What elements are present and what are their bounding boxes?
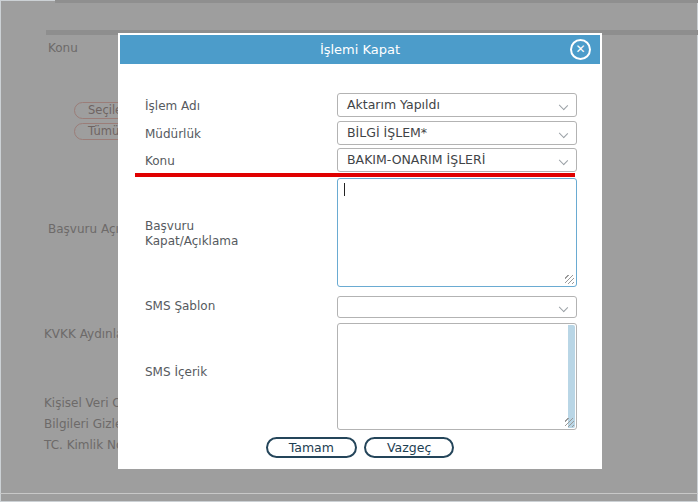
islem-adi-select[interactable]: Aktarım Yapıldı xyxy=(337,93,577,117)
basvuru-kapat-label-line2: Kapat/Açıklama xyxy=(145,234,238,248)
backdrop-konu-label: Konu xyxy=(48,41,78,55)
dialog-title: İşlemi Kapat xyxy=(320,42,400,57)
resize-handle-icon[interactable] xyxy=(565,275,574,284)
sms-sablon-select[interactable] xyxy=(337,296,577,318)
basvuru-kapat-label-line1: Başvuru xyxy=(145,219,194,233)
mudurluk-select[interactable]: BİLGİ İŞLEM* xyxy=(337,121,577,145)
sms-sablon-label: SMS Şablon xyxy=(145,299,215,313)
backdrop-bottom-border xyxy=(0,493,698,494)
dialog-header[interactable]: İşlemi Kapat ✕ xyxy=(120,35,600,64)
backdrop-basvuru-acik-label: Başvuru Açık xyxy=(48,222,126,236)
sms-icerik-textarea[interactable] xyxy=(338,324,576,429)
chevron-down-icon xyxy=(559,303,568,312)
sms-icerik-label: SMS İçerik xyxy=(145,365,207,379)
islem-adi-label: İşlem Adı xyxy=(145,99,200,113)
scrollbar[interactable] xyxy=(568,325,575,428)
backdrop-top-bar xyxy=(55,0,698,3)
vazgec-button[interactable]: Vazgeç xyxy=(364,437,454,458)
konu-highlight-line xyxy=(135,173,575,177)
close-icon[interactable]: ✕ xyxy=(570,39,591,60)
mudurluk-label: Müdürlük xyxy=(145,127,201,141)
konu-value: BAKIM-ONARIM İŞLERİ xyxy=(347,152,485,167)
konu-select[interactable]: BAKIM-ONARIM İŞLERİ xyxy=(337,148,577,172)
mudurluk-value: BİLGİ İŞLEM* xyxy=(347,125,427,140)
resize-handle-icon[interactable] xyxy=(565,418,574,427)
chevron-down-icon xyxy=(559,101,568,110)
backdrop-kvkk-label: KVKK Aydınla xyxy=(44,327,123,341)
basvuru-kapat-textarea-wrap xyxy=(337,178,577,287)
basvuru-kapat-textarea[interactable] xyxy=(338,179,576,286)
dialog-button-row: Tamam Vazgeç xyxy=(118,437,602,458)
backdrop-bilgileri-gizle-label: Bilgileri Gizle xyxy=(44,417,122,431)
islem-adi-value: Aktarım Yapıldı xyxy=(347,97,440,112)
chevron-down-icon xyxy=(559,156,568,165)
screen: { "colors": { "overlay_gray": "#9e9e9e",… xyxy=(0,0,698,502)
konu-label: Konu xyxy=(145,154,175,168)
backdrop-kisisel-veri-label: Kişisel Veri O xyxy=(44,396,122,410)
chevron-down-icon xyxy=(559,129,568,138)
islemi-kapat-dialog: İşlemi Kapat ✕ İşlem Adı Aktarım Yapıldı… xyxy=(118,33,602,469)
tamam-button[interactable]: Tamam xyxy=(266,437,357,458)
sms-icerik-textarea-wrap xyxy=(337,323,577,430)
text-cursor xyxy=(344,183,345,196)
backdrop-tc-kimlik-label: TC. Kimlik No xyxy=(44,438,123,452)
